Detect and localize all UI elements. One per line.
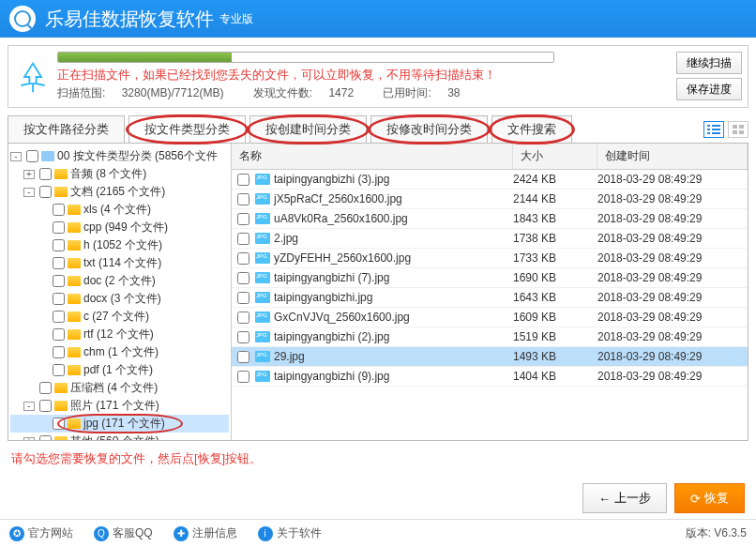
tree-txt[interactable]: txt (114 个文件) [10, 254, 229, 272]
tree-xls[interactable]: xls (4 个文件) [10, 201, 229, 219]
row-checkbox[interactable] [237, 292, 249, 304]
tab-by-modify-time[interactable]: 按修改时间分类 [370, 115, 488, 143]
list-body[interactable]: taipingyangbizhi (3).jpg2424 KB2018-03-2… [232, 170, 748, 440]
view-grid-icon[interactable] [728, 121, 748, 138]
file-list: 名称 大小 创建时间 taipingyangbizhi (3).jpg2424 … [232, 144, 748, 440]
content-area: -00 按文件类型分类 (5856个文件 +音频 (8 个文件) -文档 (21… [8, 143, 748, 441]
register-link[interactable]: ✚注册信息 [174, 525, 237, 541]
jpg-file-icon [255, 351, 270, 362]
file-name: taipingyangbizhi (7).jpg [274, 271, 513, 284]
prev-button[interactable]: ←上一步 [582, 483, 667, 513]
row-checkbox[interactable] [237, 371, 249, 383]
file-row[interactable]: 29.jpg1493 KB2018-03-29 08:49:29 [232, 347, 748, 367]
svg-rect-6 [733, 125, 737, 129]
tab-by-type[interactable]: 按文件类型分类 [129, 115, 246, 143]
hint-text: 请勾选您需要恢复的文件，然后点[恢复]按钮。 [0, 441, 756, 477]
file-name: taipingyangbizhi (9).jpg [274, 370, 513, 383]
file-size: 1609 KB [513, 311, 597, 324]
file-row[interactable]: taipingyangbizhi.jpg1643 KB2018-03-29 08… [232, 288, 748, 308]
list-header[interactable]: 名称 大小 创建时间 [232, 144, 748, 170]
svg-rect-7 [739, 125, 744, 129]
file-name: taipingyangbizhi.jpg [274, 291, 513, 304]
tab-by-create-time[interactable]: 按创建时间分类 [249, 115, 367, 143]
tree-root[interactable]: -00 按文件类型分类 (5856个文件 [10, 147, 229, 165]
file-row[interactable]: taipingyangbizhi (2).jpg1519 KB2018-03-2… [232, 327, 748, 347]
file-size: 2144 KB [513, 192, 597, 205]
file-size: 1493 KB [513, 350, 597, 363]
svg-rect-2 [707, 129, 710, 130]
tree-other[interactable]: +其他 (560 个文件) [10, 433, 229, 440]
tree-pdf[interactable]: pdf (1 个文件) [10, 361, 229, 379]
file-date: 2018-03-29 08:49:29 [597, 291, 748, 304]
tree-h[interactable]: h (1052 个文件) [10, 236, 229, 254]
file-row[interactable]: GxCnVJVq_2560x1600.jpg1609 KB2018-03-29 … [232, 308, 748, 327]
row-checkbox[interactable] [237, 331, 249, 343]
file-size: 2424 KB [513, 173, 597, 186]
row-checkbox[interactable] [237, 252, 249, 265]
col-size[interactable]: 大小 [513, 144, 597, 169]
tab-file-search[interactable]: 文件搜索 [491, 115, 572, 143]
file-size: 1738 KB [513, 232, 597, 245]
file-date: 2018-03-29 08:49:29 [597, 330, 748, 343]
progress-bar [57, 52, 554, 63]
row-checkbox[interactable] [237, 233, 249, 245]
tab-by-path[interactable]: 按文件路径分类 [8, 115, 125, 143]
svg-rect-0 [707, 125, 710, 127]
file-row[interactable]: taipingyangbizhi (9).jpg1404 KB2018-03-2… [232, 367, 748, 387]
file-date: 2018-03-29 08:49:29 [597, 173, 748, 186]
row-checkbox[interactable] [237, 351, 249, 363]
col-date[interactable]: 创建时间 [597, 144, 748, 169]
arrow-left-icon: ← [598, 492, 611, 506]
status-info: 扫描范围: 3280(MB)/7712(MB) 发现文件数: 1472 已用时间… [57, 85, 740, 101]
tree-photo[interactable]: -照片 (171 个文件) [10, 397, 229, 415]
file-size: 1404 KB [513, 370, 597, 383]
qq-link[interactable]: Q客服QQ [94, 525, 153, 541]
file-size: 1733 KB [513, 251, 597, 265]
tree-docx[interactable]: docx (3 个文件) [10, 290, 229, 308]
file-name: 2.jpg [274, 232, 513, 245]
tree-audio[interactable]: +音频 (8 个文件) [10, 165, 229, 183]
svg-rect-5 [712, 132, 720, 134]
continue-scan-button[interactable]: 继续扫描 [676, 52, 742, 74]
tree-zip[interactable]: 压缩档 (4 个文件) [10, 379, 229, 397]
row-checkbox[interactable] [237, 213, 249, 225]
recover-button[interactable]: ⟳恢复 [674, 483, 745, 513]
file-row[interactable]: taipingyangbizhi (3).jpg2424 KB2018-03-2… [232, 170, 748, 190]
file-name: yZDyFEHH_2560x1600.jpg [274, 251, 513, 265]
file-row[interactable]: taipingyangbizhi (7).jpg1690 KB2018-03-2… [232, 268, 748, 288]
save-progress-button[interactable]: 保存进度 [676, 78, 742, 100]
globe-icon: ✪ [9, 526, 24, 541]
file-name: jX5pRaCf_2560x1600.jpg [274, 192, 513, 205]
tree-chm[interactable]: chm (1 个文件) [10, 343, 229, 361]
row-checkbox[interactable] [237, 311, 249, 324]
tree-jpg[interactable]: jpg (171 个文件) [10, 415, 229, 433]
row-checkbox[interactable] [237, 272, 249, 284]
official-site-link[interactable]: ✪官方网站 [9, 525, 73, 541]
file-row[interactable]: uA8Vk0Ra_2560x1600.jpg1843 KB2018-03-29 … [232, 209, 748, 229]
row-checkbox[interactable] [237, 174, 249, 186]
tree-panel[interactable]: -00 按文件类型分类 (5856个文件 +音频 (8 个文件) -文档 (21… [8, 144, 232, 440]
tree-rtf[interactable]: rtf (12 个文件) [10, 326, 229, 343]
status-message: 正在扫描文件，如果已经找到您丢失的文件，可以立即恢复，不用等待扫描结束！ [57, 67, 740, 84]
row-checkbox[interactable] [237, 193, 249, 205]
jpg-file-icon [255, 193, 270, 205]
jpg-file-icon [255, 272, 270, 283]
col-name[interactable]: 名称 [232, 144, 513, 169]
tree-doc[interactable]: doc (2 个文件) [10, 272, 229, 290]
about-link[interactable]: i关于软件 [258, 525, 322, 541]
file-row[interactable]: 2.jpg1738 KB2018-03-29 08:49:29 [232, 229, 748, 249]
tree-cpp[interactable]: cpp (949 个文件) [10, 219, 229, 236]
file-size: 1643 KB [513, 291, 597, 304]
file-row[interactable]: jX5pRaCf_2560x1600.jpg2144 KB2018-03-29 … [232, 190, 748, 209]
jpg-file-icon [255, 311, 270, 323]
app-title: 乐易佳数据恢复软件 [45, 7, 214, 32]
tree-docs[interactable]: -文档 (2165 个文件) [10, 183, 229, 201]
bottom-bar: ✪官方网站 Q客服QQ ✚注册信息 i关于软件 版本: V6.3.5 [0, 519, 756, 547]
jpg-file-icon [255, 213, 270, 224]
view-list-icon[interactable] [703, 121, 724, 138]
recycle-icon [16, 60, 50, 94]
status-panel: 正在扫描文件，如果已经找到您丢失的文件，可以立即恢复，不用等待扫描结束！ 扫描范… [8, 45, 748, 108]
tree-c[interactable]: c (27 个文件) [10, 308, 229, 326]
file-size: 1519 KB [513, 330, 597, 343]
file-row[interactable]: yZDyFEHH_2560x1600.jpg1733 KB2018-03-29 … [232, 249, 748, 268]
